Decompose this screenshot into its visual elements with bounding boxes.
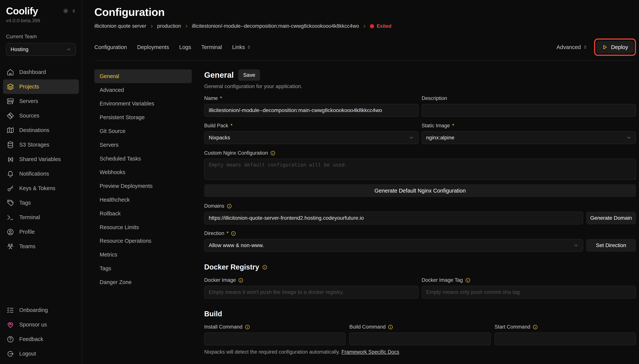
chevron-down-icon: [66, 47, 71, 52]
advanced-label: Advanced: [556, 44, 581, 50]
tab-links[interactable]: Links: [232, 44, 251, 50]
build-command-input[interactable]: [349, 332, 491, 345]
tab-deployments[interactable]: Deployments: [137, 44, 169, 50]
nixpacks-note: Nixpacks will detect the required config…: [204, 349, 636, 355]
sidebar-item-teams[interactable]: Teams: [3, 239, 79, 254]
direction-value: Allow www & non-www.: [209, 242, 264, 248]
coolify-app: Coolify v4.0.0-beta.399 Current Team Hos…: [0, 0, 639, 364]
info-icon[interactable]: [231, 231, 236, 236]
subnav-item-persistent-storage[interactable]: Persistent Storage: [94, 110, 192, 124]
sidebar-nav: Dashboard Projects Servers: [6, 65, 76, 254]
install-command-input[interactable]: [204, 332, 346, 345]
advanced-dropdown[interactable]: Advanced: [556, 44, 587, 50]
info-icon[interactable]: [270, 150, 276, 156]
sidebar-item-dashboard[interactable]: Dashboard: [3, 65, 79, 80]
subnav-item-healthcheck[interactable]: Healthcheck: [94, 193, 192, 207]
sidebar-item-servers[interactable]: Servers: [3, 94, 79, 108]
tab-logs[interactable]: Logs: [179, 44, 191, 50]
theme-selector-chevrons-icon[interactable]: [72, 9, 76, 13]
subnav-item-webhooks[interactable]: Webhooks: [94, 166, 192, 179]
required-asterisk: *: [231, 123, 233, 129]
team-select[interactable]: Hosting: [6, 43, 76, 56]
subnav-item-general[interactable]: General: [94, 70, 192, 83]
sidebar-item-onboarding[interactable]: Onboarding: [3, 303, 79, 318]
subnav-item-git-source[interactable]: Git Source: [94, 124, 192, 138]
sidebar-item-profile[interactable]: Profile: [3, 224, 79, 239]
docker-image-tag-input[interactable]: [422, 286, 636, 298]
sidebar-item-label: Servers: [19, 98, 38, 104]
build-pack-select[interactable]: Nixpacks: [204, 131, 419, 144]
sidebar-item-s3-storages[interactable]: S3 Storages: [3, 138, 79, 152]
sidebar-item-label: Notifications: [19, 171, 49, 177]
sidebar-item-projects[interactable]: Projects: [3, 80, 79, 94]
start-command-input[interactable]: [495, 332, 636, 345]
static-image-select[interactable]: nginx:alpine: [422, 131, 636, 144]
sidebar-item-tags[interactable]: Tags: [3, 196, 79, 210]
info-icon[interactable]: [238, 278, 243, 283]
docker-image-input[interactable]: [204, 286, 419, 298]
sidebar-item-notifications[interactable]: Notifications: [3, 166, 79, 181]
name-input[interactable]: [204, 104, 419, 117]
description-label: Description: [422, 96, 636, 101]
sidebar-item-label: Profile: [19, 229, 35, 235]
save-button[interactable]: Save: [238, 70, 260, 81]
breadcrumb-application[interactable]: illicitestonion/-module--decomposition:m…: [192, 23, 359, 29]
page-title: Configuration: [94, 6, 636, 18]
info-icon[interactable]: [532, 324, 538, 330]
sidebar-item-logout[interactable]: Logout: [3, 346, 79, 361]
build-pack-label: Build Pack *: [204, 123, 419, 129]
tab-terminal[interactable]: Terminal: [201, 44, 222, 50]
framework-docs-link[interactable]: Framework Specific Docs: [341, 349, 399, 355]
set-direction-button[interactable]: Set Direction: [586, 239, 636, 252]
subnav-item-resource-limits[interactable]: Resource Limits: [94, 220, 192, 234]
sidebar-item-terminal[interactable]: Terminal: [3, 210, 79, 224]
custom-nginx-textarea[interactable]: [204, 158, 636, 180]
subnav-item-advanced[interactable]: Advanced: [94, 83, 192, 97]
subnav-item-resource-operations[interactable]: Resource Operations: [94, 234, 192, 248]
breadcrumb-environment[interactable]: production: [157, 23, 181, 29]
subnav-item-preview-deployments[interactable]: Preview Deployments: [94, 179, 192, 193]
domains-input[interactable]: [204, 212, 583, 224]
subnav-item-environment-variables[interactable]: Environment Variables: [94, 97, 192, 111]
sidebar-footer: Onboarding Sponsor us Feedback: [6, 303, 76, 361]
direction-select[interactable]: Allow www & non-www.: [204, 239, 583, 252]
sidebar-item-sponsor-us[interactable]: Sponsor us: [3, 318, 79, 332]
sidebar-item-label: Logout: [19, 350, 36, 357]
subnav-item-scheduled-tasks[interactable]: Scheduled Tasks: [94, 152, 192, 166]
docker-registry-heading: Docker Registry: [204, 263, 636, 271]
sun-icon[interactable]: [63, 8, 68, 14]
chevron-down-icon: [626, 135, 631, 140]
app-logo[interactable]: Coolify: [6, 5, 38, 16]
sidebar-item-label: Keys & Tokens: [19, 185, 55, 192]
info-icon[interactable]: [262, 264, 267, 270]
info-icon[interactable]: [388, 324, 393, 330]
subnav-item-metrics[interactable]: Metrics: [94, 248, 192, 262]
info-icon[interactable]: [227, 204, 232, 209]
sidebar-item-label: S3 Storages: [19, 142, 50, 148]
sidebar-item-label: Sponsor us: [19, 322, 47, 328]
generate-domain-button[interactable]: Generate Domain: [586, 212, 636, 224]
chevron-down-icon: [573, 243, 579, 248]
docker-image-tag-label: Docker Image Tag: [422, 277, 636, 283]
subnav-item-rollback[interactable]: Rollback: [94, 207, 192, 220]
direction-label: Direction *: [204, 230, 636, 236]
tab-configuration[interactable]: Configuration: [94, 44, 127, 50]
breadcrumb-project[interactable]: illicitonion quote server: [94, 23, 146, 29]
subnav-item-servers[interactable]: Servers: [94, 138, 192, 152]
sidebar-item-feedback[interactable]: Feedback: [3, 332, 79, 346]
description-input[interactable]: [422, 104, 636, 117]
sidebar-item-destinations[interactable]: Destinations: [3, 123, 79, 138]
sidebar-item-keys-tokens[interactable]: Keys & Tokens: [3, 181, 79, 196]
user-circle-icon: [7, 228, 14, 236]
subnav-item-tags[interactable]: Tags: [94, 262, 192, 275]
generate-nginx-button[interactable]: Generate Default Nginx Configuration: [204, 184, 636, 197]
database-icon: [7, 141, 14, 149]
config-subnav: General Advanced Environment Variables P…: [94, 70, 192, 289]
info-icon[interactable]: [245, 324, 250, 330]
required-asterisk: *: [227, 230, 229, 236]
sidebar-item-sources[interactable]: Sources: [3, 108, 79, 123]
sidebar-item-shared-variables[interactable]: (x) Shared Variables: [3, 152, 79, 166]
subnav-item-danger-zone[interactable]: Danger Zone: [94, 275, 192, 289]
info-icon[interactable]: [465, 278, 470, 283]
deploy-button[interactable]: Deploy: [596, 41, 634, 54]
